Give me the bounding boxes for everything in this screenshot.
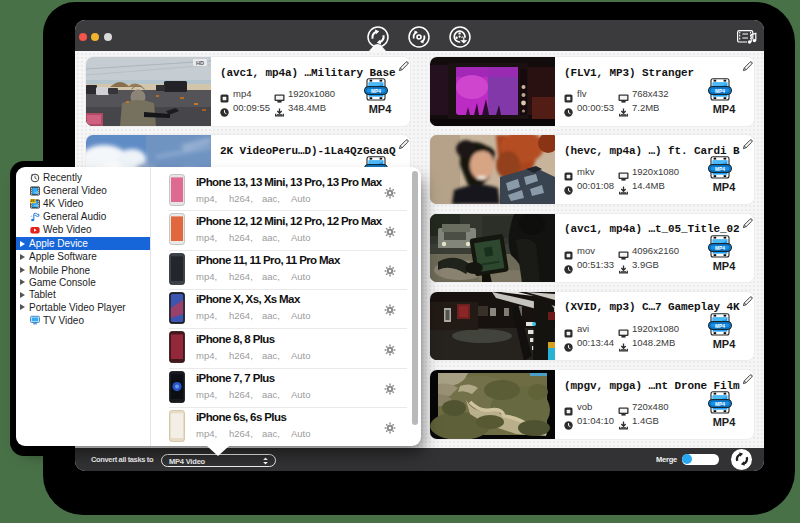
svg-text:4K: 4K	[31, 199, 36, 203]
svg-text:HD: HD	[196, 60, 204, 66]
svg-text:MP4: MP4	[715, 89, 725, 94]
svg-text:MP4: MP4	[715, 323, 725, 328]
svg-text:MP4: MP4	[715, 245, 725, 250]
svg-text:MP4: MP4	[715, 402, 725, 407]
svg-text:MP4: MP4	[371, 89, 381, 94]
svg-text:MP4: MP4	[715, 167, 725, 172]
